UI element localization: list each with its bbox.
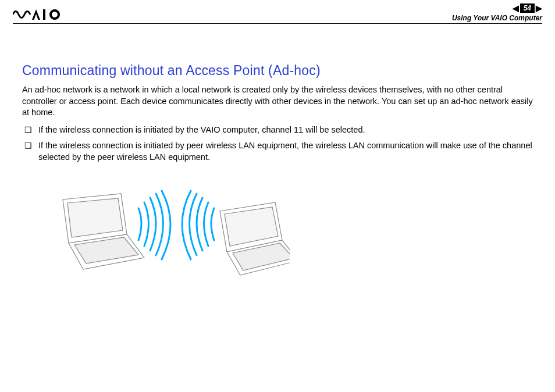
page-content: Communicating without an Access Point (A… <box>22 63 533 280</box>
adhoc-diagram <box>40 173 533 280</box>
svg-rect-0 <box>43 9 45 20</box>
section-label: Using Your VAIO Computer <box>452 14 542 22</box>
bullet-list: If the wireless connection is initiated … <box>22 124 533 163</box>
radio-waves-right-icon <box>182 191 214 259</box>
intro-paragraph: An ad-hoc network is a network in which … <box>22 84 533 119</box>
vaio-logo <box>13 8 69 23</box>
page-title: Communicating without an Access Point (A… <box>22 63 533 79</box>
laptop-right-icon <box>220 202 290 275</box>
svg-marker-4 <box>67 198 123 237</box>
document-page: ◀ 54 ▶ Using Your VAIO Computer Communic… <box>0 0 555 392</box>
page-nav: ◀ 54 ▶ Using Your VAIO Computer <box>452 3 542 22</box>
page-header: ◀ 54 ▶ Using Your VAIO Computer <box>0 3 555 23</box>
list-item: If the wireless connection is initiated … <box>22 140 533 163</box>
list-item: If the wireless connection is initiated … <box>22 124 533 136</box>
prev-page-arrow-icon[interactable]: ◀ <box>513 4 519 12</box>
header-rule <box>13 23 542 24</box>
page-number: 54 <box>520 3 535 13</box>
laptop-left-icon <box>63 194 144 269</box>
next-page-arrow-icon[interactable]: ▶ <box>536 4 542 12</box>
radio-waves-left-icon <box>138 191 170 259</box>
